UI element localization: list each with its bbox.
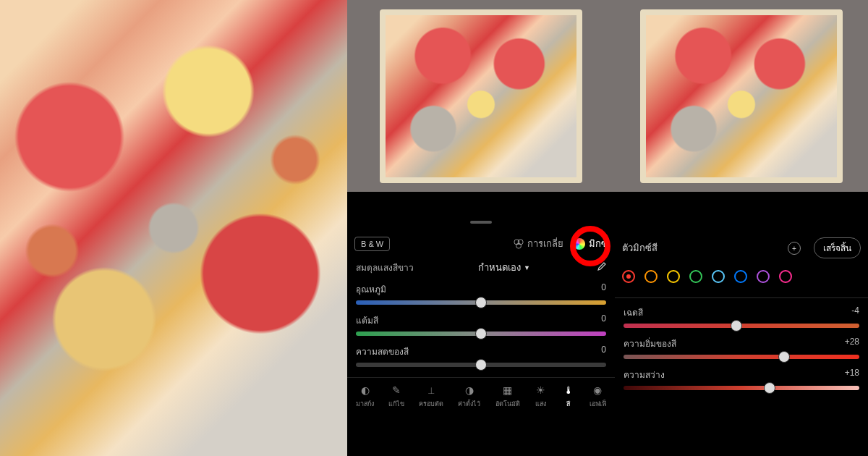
tool-light[interactable]: ☀แสง	[535, 384, 548, 409]
white-balance-label: สมดุลแสงสีขาว	[356, 261, 414, 274]
color-mixer-title: ตัวมิกซ์สี	[622, 240, 658, 256]
bottom-toolbar: ◐มาสก์ง ✎แก้ไข ⟂ครอบตัด ◑ค่าตั้งไว้ ▦อัต…	[347, 377, 615, 412]
swatch-red[interactable]	[622, 270, 635, 283]
slider-temp[interactable]: อุณหภูมิ0	[347, 279, 615, 311]
highlight-annotation	[570, 226, 610, 266]
white-balance-dropdown[interactable]: กำหนดเอง▼	[478, 260, 530, 275]
slider-vibrance[interactable]: ความสดของสี0	[347, 342, 615, 373]
tool-auto[interactable]: ▦อัตโนมัติ	[495, 384, 520, 409]
edit-panel-color-mixer: ตัวมิกซ์สี เสร็จสิ้น เฉดสี-4 ความอิ่มของ…	[615, 0, 868, 456]
done-button[interactable]: เสร็จสิ้น	[814, 237, 861, 258]
tool-effects[interactable]: ◉เอฟเฟ็	[590, 384, 606, 409]
swatch-purple[interactable]	[757, 270, 770, 283]
panel-grabber[interactable]	[470, 221, 492, 224]
slider-luminance[interactable]: ความสว่าง+18	[615, 365, 868, 396]
swatch-orange[interactable]	[644, 270, 658, 283]
slider-tint[interactable]: แต้มสี0	[347, 311, 615, 342]
tab-color-grading[interactable]: การเกลี่ย	[514, 236, 563, 251]
swatch-aqua[interactable]	[712, 270, 725, 283]
swatch-yellow[interactable]	[667, 270, 680, 283]
slider-saturation[interactable]: ความอิ่มของสี+28	[615, 334, 868, 365]
tool-heal[interactable]: ✎แก้ไข	[388, 384, 404, 409]
swatch-green[interactable]	[689, 270, 702, 283]
preview-image-before[interactable]	[347, 0, 615, 192]
tool-color[interactable]: 🌡สี	[562, 384, 575, 409]
color-swatches	[615, 264, 868, 293]
tool-masking[interactable]: ◐มาสก์ง	[356, 384, 374, 409]
bw-button[interactable]: B & W	[354, 237, 390, 251]
preview-image-after[interactable]	[615, 0, 868, 192]
tool-crop[interactable]: ⟂ครอบตัด	[419, 384, 443, 409]
main-image-zoomed	[0, 0, 347, 456]
slider-hue[interactable]: เฉดสี-4	[615, 303, 868, 334]
swatch-magenta[interactable]	[779, 270, 792, 283]
edit-panel-color: B & W การเกลี่ย มิกซ์ สมดุลแสงสีขาว กำหน…	[347, 0, 615, 456]
tool-presets[interactable]: ◑ค่าตั้งไว้	[458, 384, 480, 409]
targeted-adjustment-icon[interactable]	[788, 242, 801, 255]
swatch-blue[interactable]	[734, 270, 747, 283]
